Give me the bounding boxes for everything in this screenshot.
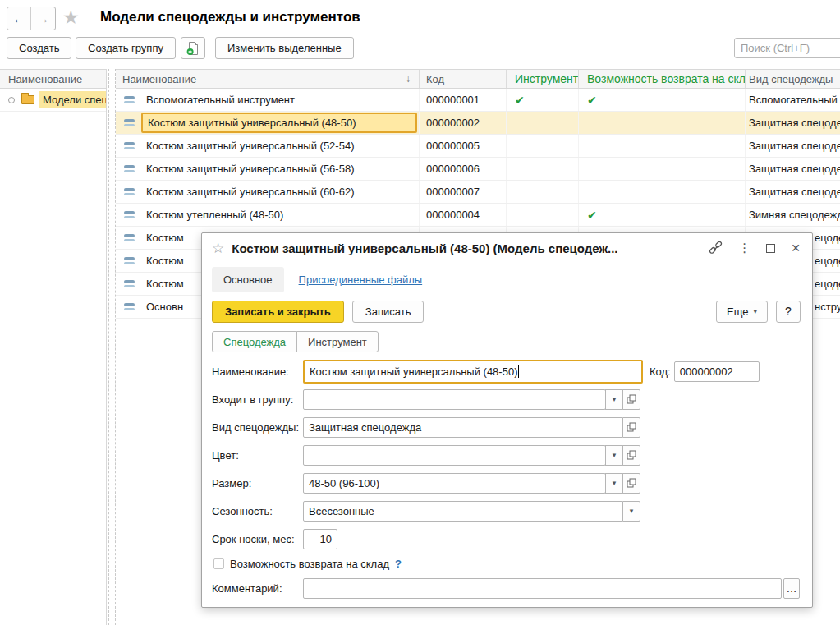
table-row[interactable]: Костюм утепленный (48-50) 000000004 ✔ Зи… [116,204,840,227]
row-returnable-check: ✔ [579,89,746,111]
new-document-icon [186,41,200,56]
tree-item-models[interactable]: Модели спец [0,89,106,112]
expand-circle-icon[interactable] [8,97,15,103]
row-returnable-check [579,181,746,203]
top-bar: ← → ★ Модели спецодежды и инструментов [0,0,840,36]
color-label: Цвет: [212,449,303,462]
item-mark-icon [124,119,135,126]
row-name: Костюм утепленный (48-50) [141,206,288,223]
back-button[interactable]: ← [7,7,31,30]
season-field[interactable]: Всесезонные [303,501,623,522]
color-open-button[interactable] [622,445,640,466]
size-field[interactable]: 48-50 (96-100) [303,473,606,494]
record-dialog: ☆ Костюм защитный универсальный (48-50) … [201,232,813,608]
row-code: 000000002 [420,112,507,134]
comment-more-button[interactable]: … [783,578,800,599]
history-nav: ← → [7,7,56,30]
wear-term-label: Срок носки, мес: [212,533,303,545]
close-icon[interactable]: ✕ [791,241,801,255]
dialog-favorite-star-icon[interactable]: ☆ [212,240,224,257]
open-record-icon [627,478,636,488]
column-header-kind[interactable]: Вид спецодежды [746,70,840,88]
column-header-code[interactable]: Код [420,70,507,88]
favorite-star-icon[interactable]: ★ [62,7,80,28]
row-kind: Защитная спецодежда [746,158,840,180]
code-label: Код: [650,365,671,378]
tree-header[interactable]: Наименование [0,70,106,89]
app-window: ← → ★ Модели спецодежды и инструментов С… [0,0,840,625]
kind-open-button[interactable] [622,417,640,438]
kind-label: Вид спецодежды: [212,421,303,434]
subtab-workwear[interactable]: Спецодежда [212,331,297,352]
save-and-close-button[interactable]: Записать и закрыть [212,301,344,323]
comment-field[interactable] [303,578,782,599]
panel-splitter[interactable] [108,69,116,625]
item-mark-icon [124,96,135,103]
forward-icon: → [37,11,49,25]
comment-label: Комментарий: [212,582,303,595]
table-row[interactable]: Костюм защитный универсальный (52-54) 00… [116,135,840,158]
open-record-icon [627,450,636,460]
sort-descending-icon: ↓ [406,73,411,85]
row-returnable-check [579,112,746,134]
table-row[interactable]: Костюм защитный универсальный (48-50) 00… [116,112,840,135]
tab-main[interactable]: Основное [212,267,284,292]
row-code: 000000001 [420,89,507,111]
folder-icon [21,95,34,104]
save-button[interactable]: Записать [352,301,425,323]
code-field[interactable]: 000000002 [674,361,760,382]
group-dropdown-button[interactable]: ▾ [605,389,623,410]
help-button[interactable]: ? [776,301,801,323]
item-mark-icon [124,257,135,264]
table-row[interactable]: Костюм защитный универсальный (56-58) 00… [116,158,840,181]
item-mark-icon [124,303,135,310]
size-open-button[interactable] [622,473,640,494]
table-row[interactable]: Костюм защитный универсальный (60-62) 00… [116,181,840,204]
tree-item-label: Модели спец [39,91,106,108]
create-by-copy-button[interactable] [181,37,205,59]
color-dropdown-button[interactable]: ▾ [605,445,623,466]
row-name: Вспомогательный инструмент [141,91,300,108]
chevron-down-icon: ▾ [613,451,617,459]
column-header-tool[interactable]: Инструмент [507,70,579,88]
search-input[interactable]: Поиск (Ctrl+F) [734,38,840,58]
returnable-label: Возможность возврата на склад [230,558,389,570]
size-dropdown-button[interactable]: ▾ [605,473,623,494]
tab-attached-files[interactable]: Присоединенные файлы [299,273,423,286]
more-button[interactable]: Еще ▾ [716,301,768,323]
group-open-button[interactable] [622,389,640,410]
more-actions-icon[interactable]: ⋮ [738,241,750,255]
column-header-returnable[interactable]: Возможность возврата на склад [579,70,746,88]
group-field[interactable] [303,389,606,410]
kind-field[interactable]: Защитная спецодежда [303,417,623,438]
create-button[interactable]: Создать [7,37,71,59]
get-link-icon[interactable] [709,241,723,255]
row-kind: Вспомогательный инструмент [746,89,840,111]
wear-term-field[interactable]: 10 [303,529,337,549]
returnable-help-link[interactable]: ? [395,558,402,570]
color-field[interactable] [303,445,606,466]
chevron-down-icon: ▾ [753,307,757,315]
name-field[interactable]: Костюм защитный универсальный (48-50) [303,360,643,384]
row-tool-check [507,181,579,203]
subtab-tool[interactable]: Инструмент [296,331,379,352]
row-tool-check [507,135,579,157]
maximize-icon[interactable] [766,244,775,253]
open-record-icon [627,422,636,432]
row-kind: Зимняя спецодежда [746,204,840,226]
row-returnable-check [579,158,746,180]
returnable-checkbox[interactable] [213,558,224,569]
forward-button[interactable]: → [31,7,55,30]
row-code: 000000006 [420,158,507,180]
season-dropdown-button[interactable]: ▾ [622,501,640,522]
edit-selected-button[interactable]: Изменить выделенные [215,37,354,59]
group-tree-panel: Наименование Модели спец [0,69,107,625]
column-header-name[interactable]: Наименование ↓ [116,70,420,88]
row-name: Костюм защитный универсальный (52-54) [141,137,359,154]
table-row[interactable]: Вспомогательный инструмент 000000001 ✔ ✔… [116,89,840,112]
page-title: Модели спецодежды и инструментов [100,9,360,25]
row-name: Костюм [141,229,189,246]
create-group-button[interactable]: Создать группу [76,37,176,59]
ellipsis-icon: … [787,582,797,595]
category-subtabs: Спецодежда Инструмент [212,331,812,352]
